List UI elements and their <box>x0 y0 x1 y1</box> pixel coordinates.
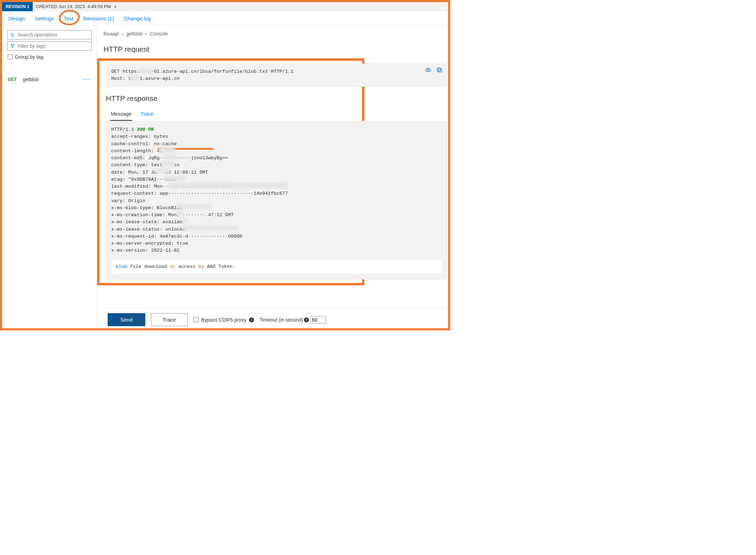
body-token: AAD Token <box>204 264 233 269</box>
http-request-text: GET https://·e·01.azure-api.cn/lbsa/forf… <box>111 68 442 82</box>
send-button[interactable]: Send <box>108 313 145 326</box>
trace-button[interactable]: Trace <box>151 313 188 326</box>
breadcrumb-sep: › <box>145 31 147 37</box>
filter-icon <box>10 44 15 49</box>
timeout-row: Timeout (in second) i <box>260 316 326 324</box>
redaction <box>165 176 186 181</box>
breadcrumb: lbsaapi › getblob › Console <box>103 31 441 37</box>
timeout-input[interactable] <box>310 316 326 324</box>
redaction <box>164 154 177 159</box>
response-status: 200 OK <box>137 127 154 132</box>
response-status-line: HTTP/1.1 200 OK <box>111 126 442 133</box>
timeout-label: Timeout (in second) <box>260 317 303 323</box>
bypass-cors-row[interactable]: Bypass CORS proxy i <box>193 317 254 323</box>
filter-input[interactable] <box>18 43 89 49</box>
svg-rect-3 <box>438 69 441 72</box>
operation-method: GET <box>8 77 17 82</box>
filter-tags-box[interactable] <box>7 41 92 51</box>
group-by-tag-row[interactable]: Group by tag <box>7 53 92 64</box>
revision-created-text: CREATED Jun 19, 2023, 4:49:59 PM <box>36 4 111 9</box>
operation-name: getblob <box>23 77 39 82</box>
search-icon <box>10 32 15 37</box>
redaction <box>182 225 239 230</box>
footer-bar: Send Trace Bypass CORS proxy i Timeout (… <box>101 308 445 326</box>
svg-point-0 <box>11 33 14 36</box>
reveal-secrets-icon[interactable] <box>425 67 431 73</box>
redaction <box>168 183 288 188</box>
svg-rect-4 <box>437 68 440 71</box>
redaction <box>182 218 189 223</box>
bypass-cors-label: Bypass CORS proxy <box>201 317 246 323</box>
breadcrumb-console: Console <box>150 31 168 37</box>
tab-test[interactable]: Test <box>64 15 74 21</box>
group-by-tag-label: Group by tag <box>15 54 43 60</box>
revision-created[interactable]: CREATED Jun 19, 2023, 4:49:59 PM ▾ <box>33 4 116 9</box>
response-proto: HTTP/1.1 <box>111 127 137 132</box>
response-tab-message[interactable]: Message <box>110 108 132 121</box>
revision-bar: REVISION 1 CREATED Jun 19, 2023, 4:49:59… <box>2 2 448 11</box>
annotation-box: GET https://·e·01.azure-api.cn/lbsa/forf… <box>97 58 364 285</box>
http-response-block: HTTP/1.1 200 OK accept-ranges: bytes cac… <box>106 121 447 279</box>
response-body: blob file download or access by AAD Toke… <box>111 259 442 274</box>
redaction <box>130 75 139 80</box>
operation-row[interactable]: GET getblob ··· <box>7 74 92 85</box>
body-token: file download <box>127 264 170 269</box>
operation-more-icon[interactable]: ··· <box>83 77 90 82</box>
search-operations-box[interactable] <box>7 30 92 39</box>
search-input[interactable] <box>18 32 89 38</box>
tab-changelog[interactable]: Change log <box>124 15 151 21</box>
tab-settings[interactable]: Settings <box>35 15 54 21</box>
top-tabs: Design Settings Test Revisions (1) Chang… <box>2 11 448 25</box>
chevron-down-icon[interactable]: ▾ <box>114 5 116 9</box>
breadcrumb-operation[interactable]: getblob <box>126 31 142 37</box>
body-token: or <box>170 264 176 269</box>
http-response-heading: HTTP response <box>106 94 356 103</box>
http-request-block: GET https://·e·01.azure-api.cn/lbsa/forf… <box>106 64 447 86</box>
response-tabs: Message Trace <box>110 108 356 121</box>
main-panel: lbsaapi › getblob › Console HTTP request… <box>97 25 448 325</box>
redaction <box>177 204 212 209</box>
copy-icon[interactable] <box>436 67 443 73</box>
breadcrumb-api[interactable]: lbsaapi <box>103 31 119 37</box>
breadcrumb-sep: › <box>122 31 123 37</box>
http-request-heading: HTTP request <box>103 45 441 53</box>
body-token: access <box>176 264 198 269</box>
svg-line-1 <box>13 36 14 37</box>
info-icon[interactable]: i <box>304 317 309 322</box>
redaction <box>161 161 175 166</box>
bypass-cors-checkbox[interactable] <box>193 317 198 322</box>
tab-test-label: Test <box>64 15 74 21</box>
body-token: blob <box>116 264 127 269</box>
revision-badge: REVISION 1 <box>2 2 33 11</box>
group-by-tag-checkbox[interactable] <box>8 54 13 59</box>
tab-design[interactable]: Design <box>8 15 25 21</box>
redaction <box>140 68 152 73</box>
sidebar: Group by tag GET getblob ··· <box>2 25 97 325</box>
svg-point-2 <box>427 69 429 71</box>
redaction <box>177 211 183 216</box>
response-tab-trace[interactable]: Trace <box>140 108 154 121</box>
info-icon[interactable]: i <box>249 317 254 322</box>
redaction <box>155 168 170 173</box>
redaction <box>159 147 175 152</box>
body-token: by <box>198 264 204 269</box>
tab-revisions[interactable]: Revisions (1) <box>83 15 114 21</box>
